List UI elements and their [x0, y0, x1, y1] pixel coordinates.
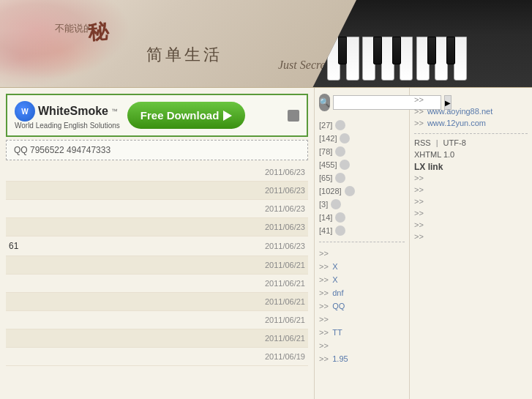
sidebar-link-item[interactable]: >> X — [319, 260, 405, 273]
piano-keys — [327, 37, 532, 88]
qq-info-text: QQ 7956522 494747333 — [14, 145, 110, 155]
list-item[interactable]: 2011/06/23 — [6, 200, 308, 218]
piano-key-black — [373, 37, 382, 64]
sidebar-link-item[interactable]: >> — [319, 247, 405, 260]
category-count: [41] — [319, 226, 332, 235]
divider — [319, 242, 405, 242]
piano-decoration — [312, 0, 532, 88]
post-date: 2011/06/23 — [265, 204, 305, 213]
ws-icon: W — [15, 101, 35, 122]
arrow-prefix: >> — [319, 328, 329, 337]
download-arrow-icon — [223, 111, 232, 121]
extra-link-item[interactable]: >> — [414, 231, 528, 242]
list-item[interactable]: 612011/06/23 — [6, 236, 308, 256]
extra-links-list: >> >> >> >> >> >> — [414, 172, 528, 242]
link-text: X — [332, 262, 337, 271]
external-links-list: >> >> www.aoying88.net>> www.12yun.com — [414, 94, 528, 129]
link-text: dnf — [332, 288, 343, 297]
link-text: TT — [332, 328, 342, 337]
extra-link-item[interactable]: >> — [414, 219, 528, 231]
link-text: www.12yun.com — [427, 119, 486, 127]
arrow-prefix: >> — [319, 315, 329, 324]
category-count: [142] — [319, 134, 337, 143]
extra-link-item[interactable]: >> — [414, 172, 528, 184]
category-item[interactable]: [78] — [319, 145, 405, 158]
category-item[interactable]: [455] — [319, 158, 405, 171]
sidebar-link-item[interactable]: >> — [319, 313, 405, 326]
header-chinese-subtitle: 简单生活 — [146, 44, 222, 66]
arrow-prefix: >> — [414, 185, 424, 194]
post-date: 2011/06/23 — [265, 186, 305, 195]
ws-logo-name: WhiteSmoke — [38, 105, 108, 118]
arrow-prefix: >> — [319, 249, 329, 258]
arrow-prefix: >> — [414, 119, 424, 127]
list-item[interactable]: 2011/06/21 — [6, 256, 308, 275]
search-icon: 🔍 — [319, 94, 330, 111]
list-item[interactable]: 2011/06/23 — [6, 218, 308, 236]
divider-2 — [414, 133, 528, 134]
sidebar-link-item[interactable]: >> — [319, 339, 405, 352]
content-area: W WhiteSmoke™ World Leading English Solu… — [0, 88, 315, 399]
xhtml-label: XHTML 1.0 — [414, 150, 454, 159]
list-item[interactable]: 2011/06/21 — [6, 293, 308, 311]
sidebar-link-item[interactable]: >> 1.95 — [319, 352, 405, 365]
link-text: 1.95 — [332, 354, 348, 363]
post-date: 2011/06/23 — [265, 242, 305, 250]
sidebar-link-item[interactable]: >> TT — [319, 326, 405, 339]
category-icon — [331, 199, 341, 209]
ad-banner: W WhiteSmoke™ World Leading English Solu… — [6, 94, 308, 137]
arrow-prefix: >> — [319, 275, 329, 284]
category-icon — [335, 212, 345, 223]
piano-key-white — [454, 37, 467, 81]
post-date: 2011/06/21 — [265, 261, 305, 269]
sidebar-link-item[interactable]: >> X — [319, 273, 405, 286]
category-item[interactable]: [27] — [319, 119, 405, 132]
link-text: QQ — [332, 302, 345, 310]
arrow-prefix: >> — [414, 174, 424, 182]
sidebar-link-item[interactable]: >> QQ — [319, 299, 405, 313]
list-item[interactable]: 2011/06/21 — [6, 275, 308, 293]
category-icon — [335, 173, 345, 183]
ad-info-icon — [288, 110, 299, 122]
category-item[interactable]: [14] — [319, 211, 405, 224]
arrow-prefix: >> — [414, 197, 424, 206]
right-sidebar: 🔍 ▶ [27][142][78][455][65][1028][3][14][… — [315, 88, 532, 399]
sidebar-right: >> >> www.aoying88.net>> www.12yun.com R… — [410, 88, 532, 399]
sidebar-link-item[interactable]: >> dnf — [319, 286, 405, 299]
piano-key-white — [400, 37, 413, 81]
sidebar-link-list: >> >> X>> X>> dnf>> QQ>> >> TT>> >> 1.95 — [319, 247, 405, 365]
piano-key-black — [392, 37, 401, 64]
free-download-button[interactable]: Free Download — [127, 102, 246, 129]
link-text: X — [332, 275, 337, 284]
utf-label: UTF-8 — [443, 138, 466, 147]
category-item[interactable]: [3] — [319, 198, 405, 211]
category-item[interactable]: [65] — [319, 171, 405, 184]
list-item[interactable]: 2011/06/23 — [6, 163, 308, 182]
list-item[interactable]: 2011/06/23 — [6, 182, 308, 200]
external-link-item[interactable]: >> www.12yun.com — [414, 117, 528, 129]
search-area: 🔍 ▶ — [319, 94, 405, 111]
list-item[interactable]: 2011/06/19 — [6, 348, 308, 366]
category-count: [78] — [319, 147, 332, 156]
category-list: [27][142][78][455][65][1028][3][14][41] — [319, 119, 405, 237]
extra-link-item[interactable]: >> — [414, 184, 528, 195]
whitesmoke-logo: W WhiteSmoke™ World Leading English Solu… — [15, 101, 120, 130]
extra-link-item[interactable]: >> — [414, 195, 528, 207]
sidebar-left: 🔍 ▶ [27][142][78][455][65][1028][3][14][… — [315, 88, 410, 399]
arrow-prefix: >> — [414, 107, 424, 116]
category-item[interactable]: [1028] — [319, 184, 405, 198]
ws-tagline: World Leading English Solutions — [15, 122, 120, 130]
extra-link-item[interactable]: >> — [414, 207, 528, 219]
category-item[interactable]: [41] — [319, 224, 405, 237]
category-icon — [345, 186, 355, 196]
rss-separator: | — [436, 138, 438, 147]
arrow-prefix: >> — [319, 341, 329, 350]
post-date: 2011/06/19 — [265, 352, 305, 361]
external-link-item[interactable]: >> — [414, 94, 528, 105]
list-item[interactable]: 2011/06/21 — [6, 329, 308, 348]
external-link-item[interactable]: >> www.aoying88.net — [414, 105, 528, 117]
category-count: [455] — [319, 160, 337, 169]
main-wrapper: W WhiteSmoke™ World Leading English Solu… — [0, 88, 532, 399]
list-item[interactable]: 2011/06/21 — [6, 311, 308, 329]
category-item[interactable]: [142] — [319, 132, 405, 145]
